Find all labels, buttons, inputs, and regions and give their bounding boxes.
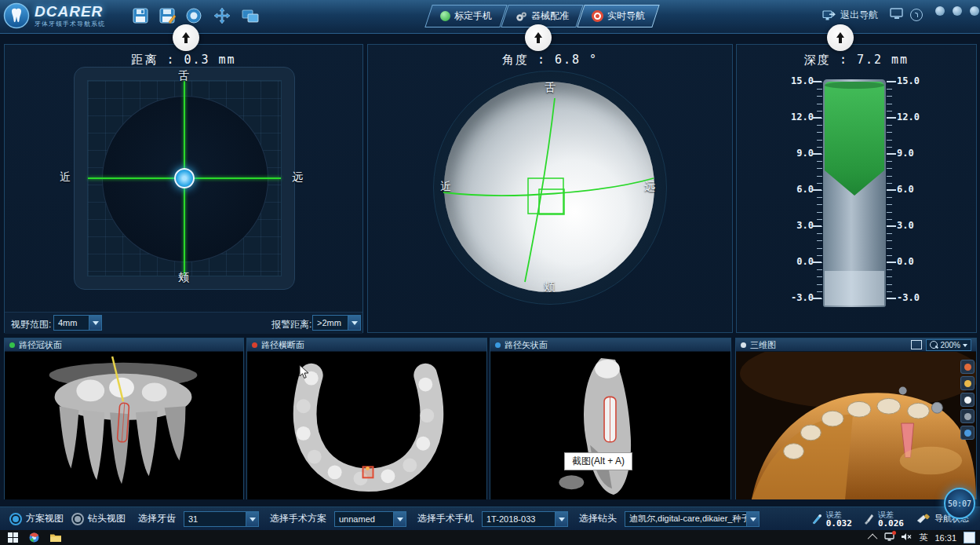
three-d-view-title: 三维图 bbox=[750, 339, 776, 351]
tool-button-nerve[interactable] bbox=[960, 426, 975, 440]
pointer-marker-1 bbox=[173, 24, 199, 51]
workflow-tabs: 标定手机 器械配准 实时导航 bbox=[428, 5, 657, 27]
drill-view-label: 钻头视图 bbox=[88, 512, 126, 525]
exit-monitor-icon bbox=[822, 9, 836, 21]
tick-mark bbox=[812, 225, 822, 227]
tick-mark bbox=[887, 262, 896, 263]
save-as-button[interactable] bbox=[158, 7, 176, 24]
sagittal-ct-viewport[interactable]: 截图(Alt + A) bbox=[490, 352, 730, 499]
tick-mark bbox=[812, 117, 822, 119]
tool-button-crown[interactable] bbox=[960, 360, 975, 374]
save-button[interactable] bbox=[132, 7, 149, 24]
exit-navigation-button[interactable]: 退出导航 bbox=[822, 9, 878, 22]
tick-mark bbox=[887, 225, 896, 227]
tick-mark bbox=[812, 153, 822, 155]
tick-mark bbox=[887, 189, 896, 191]
up-arrow-icon bbox=[180, 31, 191, 44]
red-dot-icon bbox=[252, 342, 257, 348]
maximize-button[interactable] bbox=[953, 6, 962, 16]
error-label: 误差 bbox=[826, 510, 852, 519]
view-controls-strip: 视野范围: 4mm 报警距离: >2mm bbox=[5, 312, 362, 334]
depth-tick-label: -3.0 bbox=[897, 292, 930, 303]
tick-mark bbox=[887, 81, 896, 82]
handpiece-select-dropdown[interactable]: 1T-2018-033 bbox=[482, 511, 568, 527]
plan-view-radio[interactable] bbox=[9, 513, 22, 525]
start-button[interactable] bbox=[8, 532, 18, 543]
help-icon[interactable] bbox=[910, 9, 923, 21]
error-value: 0.032 bbox=[826, 519, 852, 528]
drill-position-dot bbox=[174, 168, 195, 188]
plan-select-label: 选择手术方案 bbox=[270, 512, 326, 525]
three-d-view-panel: 三维图 200% bbox=[735, 338, 977, 499]
direction-label-buccal: 颊 bbox=[544, 280, 555, 294]
browser-icon[interactable] bbox=[29, 532, 39, 543]
alarm-distance-dropdown[interactable]: >2mm bbox=[312, 315, 361, 331]
tool-button-teeth[interactable] bbox=[960, 393, 975, 407]
chevron-down-icon bbox=[963, 344, 967, 349]
depth-tick-label: 3.0 bbox=[781, 220, 814, 231]
three-d-viewport[interactable] bbox=[736, 352, 976, 499]
tooth-logo-icon bbox=[3, 2, 30, 29]
depth-tick-label: 6.0 bbox=[897, 184, 930, 195]
tool-button-implant[interactable] bbox=[960, 409, 975, 423]
up-arrow-icon bbox=[835, 31, 846, 44]
direction-label-buccal: 颊 bbox=[178, 271, 189, 285]
distance-target-view[interactable] bbox=[74, 67, 295, 290]
zoom-control[interactable]: 200% bbox=[926, 339, 971, 351]
layout-button[interactable] bbox=[242, 7, 259, 24]
tray-expand-caret[interactable] bbox=[868, 534, 878, 544]
direction-label-distal: 远 bbox=[292, 170, 303, 185]
app-name: DCARER bbox=[35, 4, 105, 19]
three-d-render bbox=[736, 352, 976, 499]
display-settings-icon[interactable] bbox=[890, 8, 904, 20]
close-button[interactable] bbox=[970, 6, 979, 16]
drill-bit-icon bbox=[863, 513, 875, 525]
taskbar-tray: 英 16:31 bbox=[870, 532, 980, 543]
plan-view-label: 方案视图 bbox=[26, 512, 64, 525]
sagittal-view-title: 路径矢状面 bbox=[505, 339, 548, 351]
depth-tick-label: 9.0 bbox=[781, 148, 814, 159]
tab-realtime-navigation[interactable]: 实时导航 bbox=[577, 5, 659, 27]
minimize-button[interactable] bbox=[935, 6, 945, 16]
axial-ct-viewport[interactable] bbox=[247, 352, 486, 499]
bottom-control-bar: 方案视图 钻头视图 选择牙齿 31 选择手术方案 unnamed 选择手术手机 … bbox=[0, 507, 980, 530]
network-icon[interactable] bbox=[884, 532, 894, 543]
fov-label: 视野范围: bbox=[11, 318, 51, 331]
depth-tick-label: 9.0 bbox=[897, 148, 930, 159]
expand-view-icon[interactable] bbox=[911, 340, 922, 349]
probe-icon bbox=[811, 513, 823, 525]
depth-gauge-bottom bbox=[825, 271, 884, 305]
tool-button-bone[interactable] bbox=[960, 376, 975, 390]
drill-select-label: 选择钻头 bbox=[579, 512, 617, 525]
taskbar-clock[interactable]: 16:31 bbox=[934, 533, 956, 543]
drill-error-badge: 误差 0.026 bbox=[863, 510, 904, 528]
depth-tick-label: 15.0 bbox=[781, 75, 814, 86]
file-explorer-icon[interactable] bbox=[50, 533, 61, 543]
tick-mark bbox=[887, 298, 896, 299]
move-button[interactable] bbox=[213, 7, 231, 24]
depth-tick-label: 15.0 bbox=[897, 75, 930, 86]
tick-mark bbox=[887, 117, 896, 119]
tab-instrument-registration[interactable]: 器械配准 bbox=[501, 5, 583, 27]
ime-language-indicator[interactable]: 英 bbox=[919, 532, 927, 543]
volume-muted-icon[interactable] bbox=[902, 532, 912, 543]
magnifier-icon bbox=[930, 341, 938, 349]
plan-select-value: unnamed bbox=[335, 514, 393, 524]
tick-mark bbox=[887, 153, 896, 155]
coronal-ct-viewport[interactable] bbox=[5, 352, 243, 499]
navigation-target-icon bbox=[592, 10, 603, 22]
drill-view-radio[interactable] bbox=[71, 513, 84, 525]
capture-button[interactable] bbox=[185, 7, 202, 24]
tooth-select-dropdown[interactable]: 31 bbox=[184, 511, 259, 527]
screenshot-tooltip: 截图(Alt + A) bbox=[564, 452, 632, 470]
plan-select-dropdown[interactable]: unnamed bbox=[334, 511, 406, 527]
coronal-view-header: 路径冠状面 bbox=[5, 338, 243, 352]
fov-dropdown[interactable]: 4mm bbox=[53, 315, 102, 331]
surgery-timer: 50:07 bbox=[944, 488, 975, 519]
chevron-down-icon bbox=[246, 512, 258, 526]
chevron-down-icon bbox=[348, 316, 360, 330]
coronal-ct-image bbox=[5, 352, 243, 499]
drill-select-dropdown[interactable]: 迪凯尔,digital-care,dikaier_种子 bbox=[625, 511, 760, 527]
tab-calibrate-handpiece[interactable]: 标定手机 bbox=[424, 5, 507, 27]
notification-center-button[interactable] bbox=[964, 532, 975, 543]
